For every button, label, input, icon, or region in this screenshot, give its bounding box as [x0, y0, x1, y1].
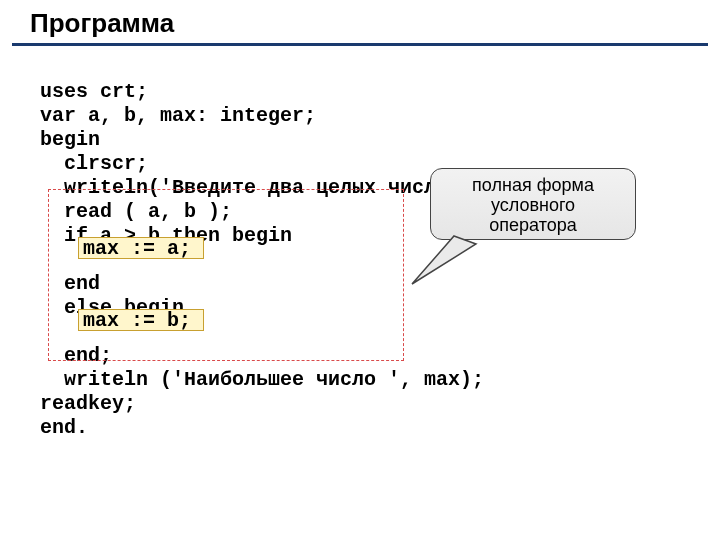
slide-title: Программа — [12, 0, 708, 46]
code-line — [40, 248, 76, 271]
svg-marker-0 — [412, 236, 476, 284]
code-line: readkey; — [40, 392, 136, 415]
callout-line: полная форма — [435, 175, 631, 195]
code-line: writeln('Введите два целых числа'); — [40, 176, 484, 199]
code-line — [40, 320, 76, 343]
callout-line: условного — [435, 195, 631, 215]
code-line: end. — [40, 416, 88, 439]
highlight-assign-a: max := a; — [78, 237, 204, 259]
highlight-assign-b: max := b; — [78, 309, 204, 331]
code-line: writeln ('Наибольшее число ', max); — [40, 368, 484, 391]
code-line: end — [40, 272, 100, 295]
callout-box: полная форма условного оператора — [430, 168, 636, 240]
code-line: uses crt; — [40, 80, 148, 103]
code-line: clrscr; — [40, 152, 148, 175]
code-line: begin — [40, 128, 100, 151]
code-line: read ( a, b ); — [40, 200, 232, 223]
code-line: var a, b, max: integer; — [40, 104, 316, 127]
code-line: end; — [40, 344, 112, 367]
